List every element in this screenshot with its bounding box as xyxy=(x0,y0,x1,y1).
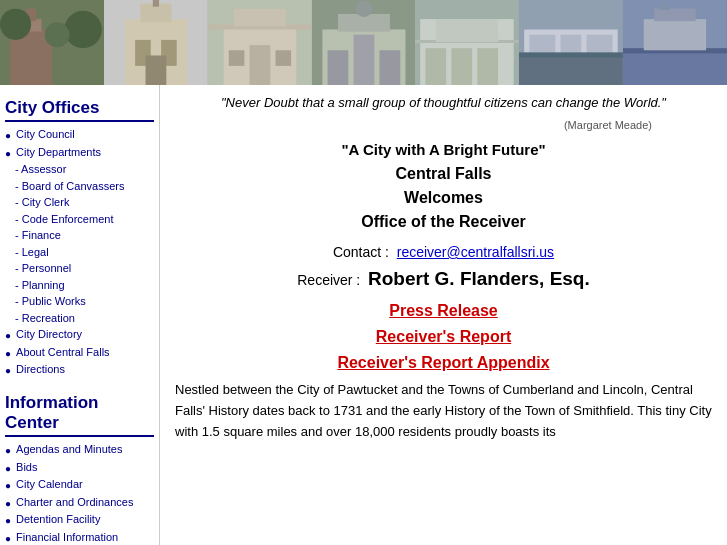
contact-email[interactable]: receiver@centralfallsri.us xyxy=(397,244,554,260)
banner-img-1 xyxy=(0,0,104,85)
svg-rect-18 xyxy=(249,45,270,85)
bullet-dot: ● xyxy=(5,496,11,511)
bullet-dot: ● xyxy=(5,128,11,143)
receiver-label: Receiver : xyxy=(297,272,360,288)
sub-clerk: - City Clerk xyxy=(5,194,154,211)
header-banner xyxy=(0,0,727,85)
svg-rect-20 xyxy=(275,50,291,66)
svg-rect-43 xyxy=(623,50,727,85)
svg-rect-37 xyxy=(519,55,623,85)
description-text: Nestled between the City of Pawtucket an… xyxy=(175,380,712,442)
svg-rect-31 xyxy=(426,48,447,85)
svg-rect-33 xyxy=(478,48,499,85)
welcome-line2: Welcomes xyxy=(404,189,483,206)
sub-finance: - Finance xyxy=(5,227,154,244)
directions-link[interactable]: Directions xyxy=(14,361,65,379)
quote-section: "Never Doubt that a small group of thoug… xyxy=(175,90,712,115)
sub-planning: - Planning xyxy=(5,277,154,294)
quote-text: "Never Doubt that a small group of thoug… xyxy=(221,95,666,110)
banner-img-7 xyxy=(623,0,727,85)
svg-rect-45 xyxy=(644,19,706,50)
receiver-report-link[interactable]: Receiver's Report xyxy=(175,328,712,346)
agendas-link[interactable]: Agendas and Minutes xyxy=(14,441,122,459)
content-area: "Never Doubt that a small group of thoug… xyxy=(160,85,727,545)
canvassers-link[interactable]: - Board of Canvassers xyxy=(15,180,124,192)
sidebar: City Offices ● City Council ● City Depar… xyxy=(0,85,160,545)
financial-link[interactable]: Financial Information xyxy=(14,529,118,545)
svg-rect-10 xyxy=(153,0,159,7)
quote-attribution: (Margaret Meade) xyxy=(175,119,712,131)
personnel-link[interactable]: - Personnel xyxy=(15,262,71,274)
recreation-link[interactable]: - Recreation xyxy=(15,312,75,324)
svg-rect-24 xyxy=(327,50,348,85)
about-cf-link[interactable]: About Central Falls xyxy=(14,344,110,362)
bullet-dot: ● xyxy=(5,461,11,476)
svg-rect-47 xyxy=(660,4,670,10)
bullet-dot: ● xyxy=(5,531,11,545)
bullet-dot: ● xyxy=(5,363,11,378)
bullet-dot: ● xyxy=(5,328,11,343)
svg-rect-13 xyxy=(145,55,166,85)
code-link[interactable]: - Code Enforcement xyxy=(15,213,113,225)
city-calendar-item: ● City Calendar xyxy=(5,476,154,494)
agendas-item: ● Agendas and Minutes xyxy=(5,441,154,459)
svg-rect-26 xyxy=(353,35,374,85)
about-cf-item: ● About Central Falls xyxy=(5,344,154,362)
bullet-dot: ● xyxy=(5,346,11,361)
sub-code: - Code Enforcement xyxy=(5,211,154,228)
finance-link[interactable]: - Finance xyxy=(15,229,61,241)
bullet-dot: ● xyxy=(5,513,11,528)
svg-rect-34 xyxy=(436,19,498,42)
contact-label: Contact : xyxy=(333,244,389,260)
press-release-link[interactable]: Press Release xyxy=(175,302,712,320)
city-directory-item: ● City Directory xyxy=(5,326,154,344)
city-directory-link[interactable]: City Directory xyxy=(14,326,82,344)
svg-point-27 xyxy=(355,0,372,17)
financial-item: ● Financial Information xyxy=(5,529,154,545)
detention-link[interactable]: Detention Facility xyxy=(14,511,100,529)
city-departments-link[interactable]: City Departments xyxy=(14,144,101,162)
legal-link[interactable]: - Legal xyxy=(15,246,49,258)
contact-line: Contact : receiver@centralfallsri.us xyxy=(175,244,712,260)
receiver-line: Receiver : Robert G. Flanders, Esq. xyxy=(175,268,712,290)
city-council-link[interactable]: City Council xyxy=(14,126,75,144)
bids-link[interactable]: Bids xyxy=(14,459,37,477)
sub-legal: - Legal xyxy=(5,244,154,261)
bullet-dot: ● xyxy=(5,146,11,161)
tagline: "A City with A Bright Future" xyxy=(175,141,712,158)
info-center-title: Information Center xyxy=(5,393,154,437)
receiver-name: Robert G. Flanders, Esq. xyxy=(368,268,590,289)
welcome-text: Central Falls Welcomes Office of the Rec… xyxy=(175,162,712,234)
banner-img-5 xyxy=(415,0,519,85)
main-layout: City Offices ● City Council ● City Depar… xyxy=(0,85,727,545)
planning-link[interactable]: - Planning xyxy=(15,279,65,291)
svg-rect-41 xyxy=(519,52,623,57)
city-offices-title: City Offices xyxy=(5,98,154,122)
receiver-report-appendix-link[interactable]: Receiver's Report Appendix xyxy=(175,354,712,372)
svg-rect-17 xyxy=(234,9,286,27)
city-calendar-link[interactable]: City Calendar xyxy=(14,476,83,494)
svg-point-5 xyxy=(64,11,101,48)
assessor-link[interactable]: - Assessor xyxy=(15,163,66,175)
publicworks-link[interactable]: - Public Works xyxy=(15,295,86,307)
svg-rect-32 xyxy=(452,48,473,85)
svg-point-6 xyxy=(45,22,70,47)
banner-img-6 xyxy=(519,0,623,85)
svg-rect-25 xyxy=(379,50,400,85)
svg-point-4 xyxy=(0,9,31,40)
city-council-item: ● City Council xyxy=(5,126,154,144)
detention-item: ● Detention Facility xyxy=(5,511,154,529)
svg-rect-46 xyxy=(654,9,696,21)
clerk-link[interactable]: - City Clerk xyxy=(15,196,69,208)
sub-personnel: - Personnel xyxy=(5,260,154,277)
charter-link[interactable]: Charter and Ordinances xyxy=(14,494,133,512)
charter-item: ● Charter and Ordinances xyxy=(5,494,154,512)
bullet-dot: ● xyxy=(5,443,11,458)
bids-item: ● Bids xyxy=(5,459,154,477)
city-departments-item: ● City Departments xyxy=(5,144,154,162)
directions-item: ● Directions xyxy=(5,361,154,379)
sub-assessor: - Assessor xyxy=(5,161,154,178)
svg-rect-19 xyxy=(228,50,244,66)
sub-recreation: - Recreation xyxy=(5,310,154,327)
bullet-dot: ● xyxy=(5,478,11,493)
